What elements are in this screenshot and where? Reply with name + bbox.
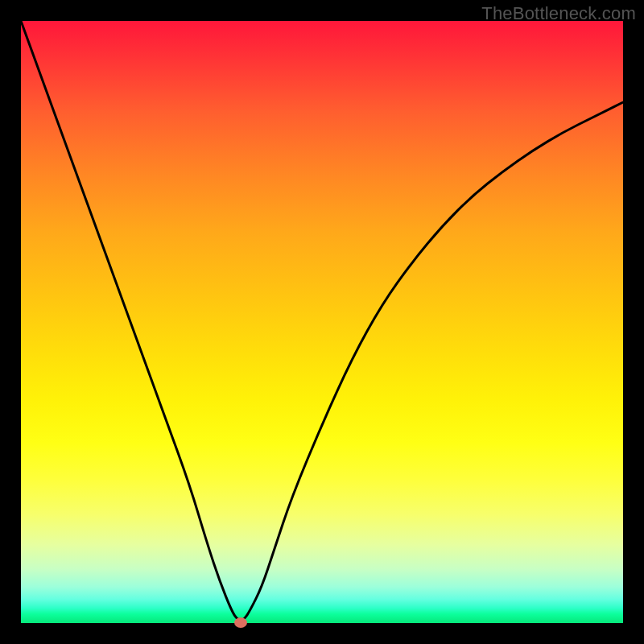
optimal-point-marker bbox=[234, 617, 247, 628]
chart-frame: TheBottleneck.com bbox=[0, 0, 644, 644]
bottleneck-curve-path bbox=[21, 21, 623, 620]
curve-svg bbox=[21, 21, 623, 623]
watermark-text: TheBottleneck.com bbox=[481, 3, 636, 24]
plot-area bbox=[21, 21, 623, 623]
